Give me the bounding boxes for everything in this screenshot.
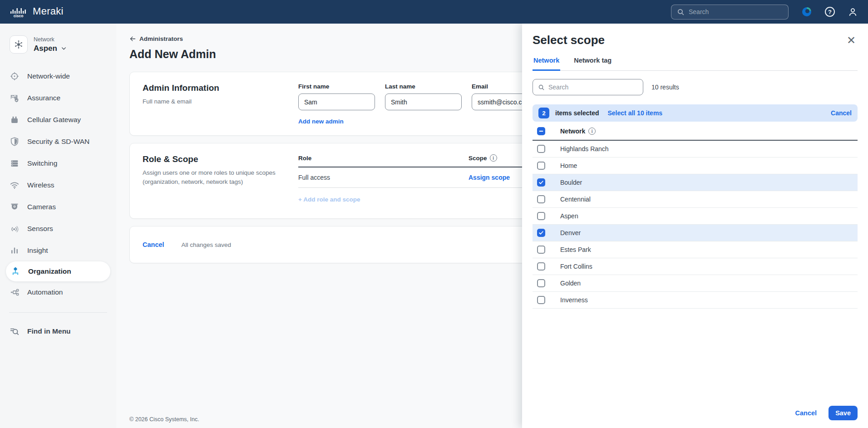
sidebar-item-security-sdwan[interactable]: Security & SD-WAN bbox=[0, 131, 116, 153]
network-row[interactable]: Inverness bbox=[533, 292, 858, 309]
panel-title: Select scope bbox=[533, 33, 605, 47]
selection-cancel-link[interactable]: Cancel bbox=[831, 109, 852, 117]
add-role-scope-link[interactable]: + Add role and scope bbox=[298, 196, 360, 203]
sidebar-item-wireless[interactable]: Wireless bbox=[0, 174, 116, 196]
row-checkbox[interactable] bbox=[537, 296, 545, 304]
network-row[interactable]: Highlands Ranch bbox=[533, 141, 858, 157]
network-row[interactable]: Aspen bbox=[533, 208, 858, 225]
copyright-text: © 2026 Cisco Systems, Inc. bbox=[129, 416, 199, 423]
network-picker-value: Aspen bbox=[34, 44, 57, 53]
meraki-logo: cisco Meraki bbox=[10, 6, 64, 18]
organization-icon bbox=[10, 266, 20, 276]
sidebar-item-label: Network-wide bbox=[27, 72, 70, 80]
find-in-menu[interactable]: Find in Menu bbox=[0, 322, 116, 341]
close-icon[interactable]: ✕ bbox=[845, 33, 858, 48]
sidebar: Network Aspen Network-wide Assurance bbox=[0, 24, 116, 428]
network-row[interactable]: Golden bbox=[533, 275, 858, 292]
sidebar-item-sensors[interactable]: Sensors bbox=[0, 218, 116, 240]
row-checkbox[interactable] bbox=[537, 246, 545, 254]
sidebar-divider bbox=[9, 312, 107, 313]
network-list: Highlands Ranch Home Boulder Centennial … bbox=[533, 141, 858, 309]
tab-network[interactable]: Network bbox=[533, 57, 560, 71]
webex-icon[interactable] bbox=[801, 6, 812, 17]
svg-text:cisco: cisco bbox=[14, 14, 24, 18]
network-row-label: Highlands Ranch bbox=[560, 145, 609, 153]
global-search-input[interactable] bbox=[689, 8, 783, 15]
assign-scope-link[interactable]: Assign scope bbox=[469, 174, 510, 181]
scope-info-icon[interactable]: i bbox=[490, 154, 497, 162]
network-row-label: Golden bbox=[560, 280, 581, 287]
role-card-description: Assign users one or more roles to unique… bbox=[143, 168, 279, 187]
network-row[interactable]: Home bbox=[533, 157, 858, 174]
sidebar-item-switching[interactable]: Switching bbox=[0, 153, 116, 174]
network-row[interactable]: Denver bbox=[533, 225, 858, 241]
admin-card-subtitle: Full name & email bbox=[143, 97, 279, 106]
sidebar-item-label: Security & SD-WAN bbox=[27, 138, 89, 146]
panel-cancel-link[interactable]: Cancel bbox=[795, 409, 817, 417]
row-checkbox[interactable] bbox=[537, 212, 545, 220]
tab-network-tag[interactable]: Network tag bbox=[573, 57, 612, 71]
sidebar-item-label: Insight bbox=[27, 246, 48, 255]
row-checkbox[interactable] bbox=[537, 178, 545, 187]
sidebar-item-insight[interactable]: Insight bbox=[0, 240, 116, 261]
select-all-link[interactable]: Select all 10 items bbox=[608, 109, 663, 117]
sidebar-item-label: Automation bbox=[27, 288, 63, 296]
role-column-header: Role bbox=[298, 155, 469, 162]
sidebar-item-label: Switching bbox=[27, 159, 57, 167]
network-row-label: Inverness bbox=[560, 296, 588, 304]
row-checkbox[interactable] bbox=[537, 279, 545, 287]
row-checkbox[interactable] bbox=[537, 229, 545, 237]
network-wide-icon bbox=[10, 71, 20, 81]
help-icon[interactable]: ? bbox=[825, 7, 835, 17]
global-search[interactable] bbox=[671, 5, 789, 20]
last-name-field[interactable] bbox=[385, 93, 462, 110]
sidebar-item-network-wide[interactable]: Network-wide bbox=[0, 65, 116, 87]
add-new-admin-link[interactable]: Add new admin bbox=[298, 118, 344, 125]
sidebar-item-organization[interactable]: Organization bbox=[6, 261, 110, 281]
network-row[interactable]: Centennial bbox=[533, 191, 858, 208]
network-column-header: Network bbox=[560, 128, 585, 135]
search-icon bbox=[677, 8, 685, 16]
sidebar-item-assurance[interactable]: Assurance bbox=[0, 87, 116, 109]
sidebar-item-automation[interactable]: Automation bbox=[0, 281, 116, 303]
network-row-label: Denver bbox=[560, 229, 581, 236]
switch-icon bbox=[10, 158, 20, 168]
sidebar-item-label: Sensors bbox=[27, 225, 53, 233]
network-row-label: Aspen bbox=[560, 212, 578, 220]
network-row-label: Home bbox=[560, 162, 577, 169]
back-arrow-icon bbox=[129, 35, 136, 42]
shield-icon bbox=[10, 137, 20, 147]
save-status-text: All changes saved bbox=[182, 241, 232, 248]
row-checkbox[interactable] bbox=[537, 262, 545, 271]
first-name-label: First name bbox=[298, 83, 375, 90]
scope-search-input[interactable] bbox=[548, 84, 638, 91]
account-icon[interactable] bbox=[848, 7, 858, 17]
breadcrumb-back-link[interactable]: Administrators bbox=[129, 35, 183, 42]
last-name-label: Last name bbox=[385, 83, 462, 90]
role-value: Full access bbox=[298, 174, 469, 181]
results-count: 10 results bbox=[651, 84, 679, 91]
network-row[interactable]: Estes Park bbox=[533, 241, 858, 258]
network-info-icon[interactable]: i bbox=[588, 128, 596, 135]
select-all-checkbox[interactable] bbox=[537, 127, 545, 135]
first-name-field[interactable] bbox=[298, 93, 375, 110]
sidebar-item-label: Assurance bbox=[27, 94, 60, 102]
row-checkbox[interactable] bbox=[537, 162, 545, 170]
network-row[interactable]: Fort Collins bbox=[533, 258, 858, 275]
network-row[interactable]: Boulder bbox=[533, 174, 858, 191]
sidebar-item-cellular-gateway[interactable]: Cellular Gateway bbox=[0, 109, 116, 131]
row-checkbox[interactable] bbox=[537, 145, 545, 153]
form-cancel-link[interactable]: Cancel bbox=[143, 241, 164, 248]
find-in-menu-label: Find in Menu bbox=[27, 327, 71, 335]
scope-search[interactable] bbox=[533, 79, 643, 95]
save-button[interactable]: Save bbox=[829, 406, 858, 420]
select-scope-panel: Select scope ✕ Network Network tag 10 re… bbox=[522, 24, 868, 428]
network-picker[interactable]: Network Aspen bbox=[0, 35, 116, 54]
sidebar-item-cameras[interactable]: Cameras bbox=[0, 196, 116, 218]
selected-count-badge: 2 bbox=[538, 108, 549, 118]
row-checkbox[interactable] bbox=[537, 195, 545, 203]
network-hub-icon bbox=[10, 35, 28, 54]
brand-name: Meraki bbox=[33, 6, 64, 18]
role-card-title: Role & Scope bbox=[143, 154, 298, 164]
top-bar: cisco Meraki ? bbox=[0, 0, 868, 24]
